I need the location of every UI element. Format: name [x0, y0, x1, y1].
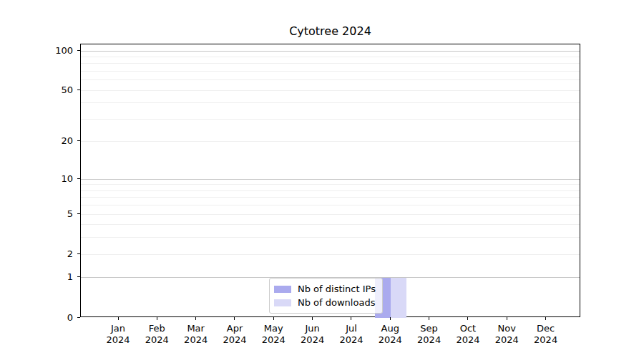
gridline-y-80 [81, 63, 580, 64]
figure: Cytotree 2024 Nb of distinct IPs Nb of d… [0, 0, 644, 358]
y-axis-tick [77, 317, 80, 318]
gridline-y-100 [81, 51, 580, 52]
x-axis-tick [312, 317, 313, 320]
gridline-y-2 [81, 254, 580, 255]
y-axis-tick [77, 50, 80, 51]
legend: Nb of distinct IPs Nb of downloads [269, 278, 383, 314]
x-axis-tick-label-dec: Dec2024 [521, 323, 571, 346]
gridline-y-5 [81, 214, 580, 215]
y-axis-tick [77, 213, 80, 214]
gridline-y-9 [81, 184, 580, 185]
gridline-y-40 [81, 102, 580, 103]
gridline-y-3 [81, 237, 580, 238]
gridline-y-4 [81, 224, 580, 225]
y-axis-tick-label-5: 5 [21, 209, 73, 218]
gridline-y-70 [81, 71, 580, 72]
y-axis-tick [77, 178, 80, 179]
bar-downloads-aug-2024 [391, 278, 406, 318]
y-axis-tick-label-0: 0 [21, 313, 73, 322]
gridline-y-7 [81, 197, 580, 198]
y-axis-tick-label-2: 2 [21, 249, 73, 258]
gridline-y-60 [81, 79, 580, 80]
legend-swatch-distinct-ips [274, 286, 291, 293]
gridline-y-50 [81, 90, 580, 91]
x-axis-tick [273, 317, 274, 320]
y-axis-tick-label-50: 50 [21, 85, 73, 95]
plot-area: Nb of distinct IPs Nb of downloads [80, 44, 580, 317]
legend-entry-distinct-ips: Nb of distinct IPs [274, 282, 376, 296]
y-axis-tick-label-10: 10 [21, 174, 73, 183]
y-axis-tick-label-100: 100 [21, 46, 73, 55]
x-axis-tick [429, 317, 429, 320]
legend-entry-downloads: Nb of downloads [274, 296, 376, 309]
x-axis-tick [545, 317, 546, 320]
x-axis-tick [157, 317, 157, 320]
y-axis-tick [77, 90, 80, 90]
y-axis-tick-label-20: 20 [21, 136, 73, 145]
gridline-y-30 [81, 119, 580, 120]
chart-title: Cytotree 2024 [80, 24, 580, 38]
gridline-y-8 [81, 190, 580, 191]
gridline-y-20 [81, 141, 580, 142]
x-axis-tick [234, 317, 235, 320]
gridline-y-90 [81, 57, 580, 57]
legend-swatch-downloads [274, 299, 291, 306]
gridline-y-10 [81, 179, 580, 180]
y-axis-tick-label-1: 1 [21, 272, 73, 281]
gridline-y-6 [81, 205, 580, 205]
legend-label-downloads: Nb of downloads [298, 297, 375, 308]
y-axis-tick [77, 140, 80, 141]
y-axis-tick [77, 276, 80, 277]
x-axis-tick [195, 317, 196, 320]
x-axis-tick [118, 317, 119, 320]
x-axis-tick [351, 317, 351, 320]
x-axis-tick [507, 317, 507, 320]
y-axis-tick [77, 253, 80, 254]
legend-label-distinct-ips: Nb of distinct IPs [298, 284, 376, 294]
x-axis-tick [390, 317, 391, 320]
x-axis-tick [467, 317, 468, 320]
